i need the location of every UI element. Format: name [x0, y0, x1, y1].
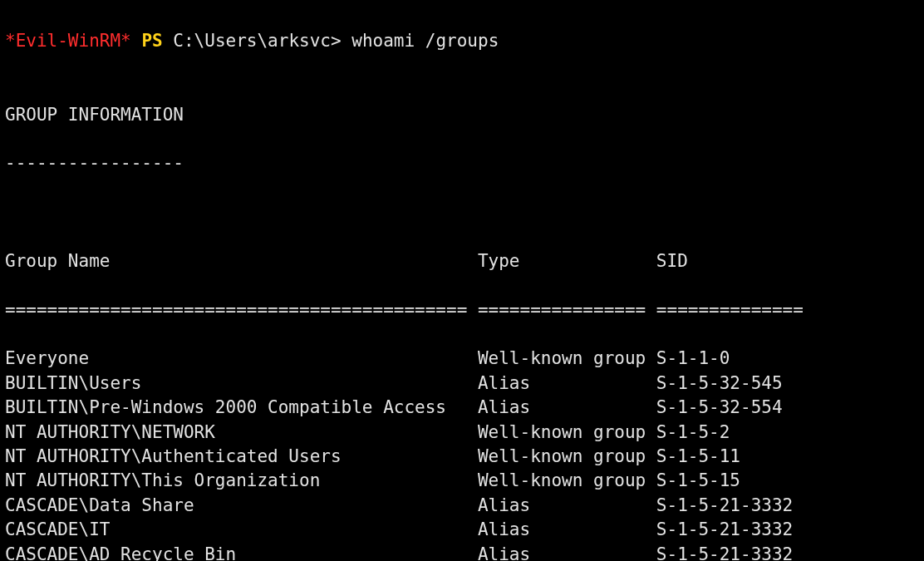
- prompt-ps: PS: [141, 31, 162, 51]
- blank-line-1: [5, 54, 919, 78]
- table-row: Everyone Well-known group S-1-1-0: [5, 347, 919, 371]
- table-row: BUILTIN\Users Alias S-1-5-32-545: [5, 372, 919, 396]
- table-row: NT AUTHORITY\NETWORK Well-known group S-…: [5, 421, 919, 445]
- group-rows: Everyone Well-known group S-1-1-0BUILTIN…: [5, 347, 919, 561]
- table-row: NT AUTHORITY\This Organization Well-know…: [5, 469, 919, 493]
- column-headers: Group Name Type SID: [5, 249, 919, 273]
- section-title: GROUP INFORMATION: [5, 103, 919, 127]
- terminal-output[interactable]: *Evil-WinRM* PS C:\Users\arksvc> whoami …: [0, 0, 924, 561]
- blank-line-2: [5, 200, 919, 224]
- column-rules: ========================================…: [5, 298, 919, 322]
- section-dashes: -----------------: [5, 151, 919, 175]
- table-row: NT AUTHORITY\Authenticated Users Well-kn…: [5, 445, 919, 469]
- table-row: CASCADE\AD Recycle Bin Alias S-1-5-21-33…: [5, 543, 919, 561]
- prompt-evil: *Evil-WinRM*: [5, 31, 131, 51]
- table-row: CASCADE\IT Alias S-1-5-21-3332: [5, 518, 919, 542]
- command-text: whoami /groups: [351, 31, 499, 51]
- table-row: CASCADE\Data Share Alias S-1-5-21-3332: [5, 494, 919, 518]
- prompt-path: C:\Users\arksvc>: [173, 31, 341, 51]
- table-row: BUILTIN\Pre-Windows 2000 Compatible Acce…: [5, 396, 919, 420]
